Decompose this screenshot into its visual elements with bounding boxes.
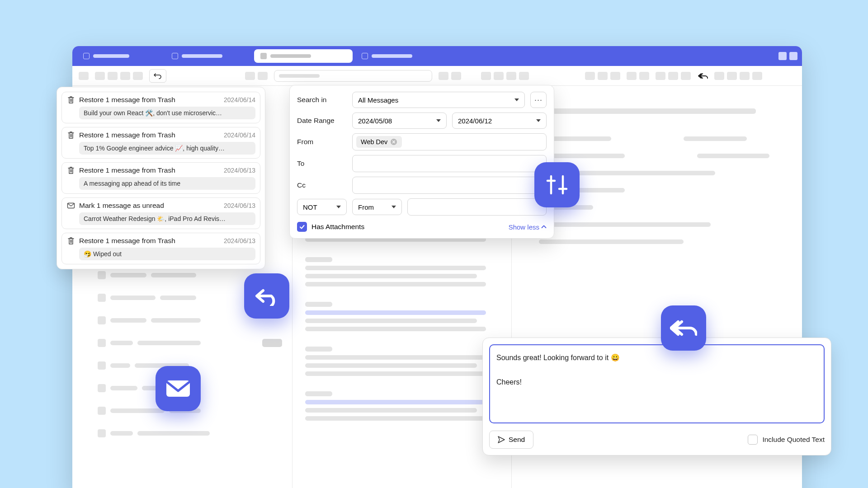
toolbar-button[interactable] <box>610 72 620 80</box>
toolbar-button[interactable] <box>108 72 118 80</box>
toolbar-button[interactable] <box>752 72 762 80</box>
toolbar-button[interactable] <box>133 72 143 80</box>
toolbar-button[interactable] <box>245 72 255 80</box>
compose-textarea[interactable] <box>489 344 825 423</box>
toolbar-button[interactable] <box>439 72 448 80</box>
toolbar-button[interactable] <box>639 72 649 80</box>
browser-tab[interactable] <box>355 49 441 63</box>
field-select[interactable]: From <box>352 199 402 215</box>
undo-history-item[interactable]: Restore 1 message from Trash2024/06/14Bu… <box>61 92 260 123</box>
undo-item-title: Restore 1 message from Trash <box>79 96 220 104</box>
undo-history-panel: Restore 1 message from Trash2024/06/14Bu… <box>57 87 265 269</box>
trash-icon <box>66 237 75 245</box>
has-attachments-checkbox[interactable] <box>297 222 307 232</box>
browser-tab[interactable] <box>165 49 251 63</box>
undo-item-title: Restore 1 message from Trash <box>79 237 220 245</box>
date-to-select[interactable]: 2024/06/12 <box>452 113 547 129</box>
window-minimize-button[interactable] <box>778 52 787 60</box>
svg-rect-2 <box>166 380 190 397</box>
toolbar-button[interactable] <box>494 72 504 80</box>
show-less-button[interactable]: Show less <box>509 223 547 231</box>
toolbar-button[interactable] <box>258 72 268 80</box>
toolbar-button[interactable] <box>506 72 516 80</box>
undo-item-date: 2024/06/13 <box>224 167 255 174</box>
advanced-search-panel: Search in All Messages ··· Date Range 20… <box>289 85 554 239</box>
undo-item-date: 2024/06/13 <box>224 202 255 209</box>
undo-item-title: Restore 1 message from Trash <box>79 166 220 174</box>
include-quoted-label: Include Quoted Text <box>762 436 825 444</box>
search-input[interactable] <box>274 70 432 82</box>
date-from-select[interactable]: 2024/05/08 <box>352 113 447 129</box>
browser-tab-active[interactable] <box>254 49 353 63</box>
condition-value-input[interactable] <box>407 198 547 216</box>
send-icon <box>498 436 505 443</box>
toolbar-button[interactable] <box>740 72 750 80</box>
toolbar-button[interactable] <box>727 72 737 80</box>
window-maximize-button[interactable] <box>789 52 797 60</box>
trash-icon <box>66 131 75 139</box>
toolbar <box>72 66 802 86</box>
toolbar-button[interactable] <box>585 72 595 80</box>
toolbar-button[interactable] <box>481 72 491 80</box>
chevron-down-icon <box>536 119 541 122</box>
undo-item-title: Restore 1 message from Trash <box>79 131 220 139</box>
toolbar-button[interactable] <box>656 72 665 80</box>
toolbar-button[interactable] <box>451 72 461 80</box>
undo-item-date: 2024/06/14 <box>224 131 255 139</box>
undo-history-item[interactable]: Restore 1 message from Trash2024/06/13A … <box>61 162 260 194</box>
to-label: To <box>297 160 347 168</box>
undo-history-item[interactable]: Restore 1 message from Trash2024/06/13🤧 … <box>61 233 260 264</box>
search-in-select[interactable]: All Messages <box>352 92 525 108</box>
title-bar <box>72 46 802 66</box>
undo-item-snippet: Carrot Weather Redesign 🌤️, iPad Pro Ad … <box>79 212 255 225</box>
undo-item-snippet: 🤧 Wiped out <box>79 248 255 260</box>
undo-item-snippet: Top 1% Google engineer advice 📈, high qu… <box>79 142 255 155</box>
toolbar-button[interactable] <box>95 72 105 80</box>
cc-input[interactable] <box>352 177 547 194</box>
from-chip[interactable]: Web Dev <box>356 136 402 148</box>
chevron-down-icon <box>392 206 396 208</box>
toolbar-button[interactable] <box>714 72 724 80</box>
search-in-label: Search in <box>297 96 347 104</box>
browser-tab[interactable] <box>77 49 163 63</box>
undo-item-snippet: A messaging app ahead of its time <box>79 177 255 190</box>
chevron-up-icon <box>541 225 547 229</box>
include-quoted-checkbox[interactable] <box>748 435 758 445</box>
remove-chip-icon[interactable] <box>390 138 397 145</box>
cc-label: Cc <box>297 181 347 189</box>
from-input[interactable]: Web Dev <box>352 133 547 150</box>
chevron-down-icon <box>514 99 519 101</box>
toolbar-button[interactable] <box>79 72 89 80</box>
toolbar-button[interactable] <box>519 72 529 80</box>
undo-history-item[interactable]: Mark 1 message as unread2024/06/13Carrot… <box>61 197 260 229</box>
undo-item-date: 2024/06/14 <box>224 96 255 103</box>
undo-feature-icon <box>244 273 289 319</box>
quick-reply-panel: Send Include Quoted Text <box>482 338 831 455</box>
trash-icon <box>66 166 75 174</box>
toolbar-button[interactable] <box>120 72 130 80</box>
toolbar-button[interactable] <box>627 72 637 80</box>
undo-item-title: Mark 1 message as unread <box>79 202 220 210</box>
date-range-label: Date Range <box>297 117 347 125</box>
chevron-down-icon <box>336 206 341 208</box>
mail-feature-icon <box>156 366 201 411</box>
toolbar-button[interactable] <box>668 72 678 80</box>
send-button[interactable]: Send <box>489 431 533 449</box>
undo-item-date: 2024/06/13 <box>224 237 255 244</box>
undo-history-item[interactable]: Restore 1 message from Trash2024/06/14To… <box>61 127 260 159</box>
from-label: From <box>297 138 347 146</box>
chevron-down-icon <box>436 119 441 122</box>
reply-all-icon[interactable] <box>698 73 708 79</box>
filters-feature-icon <box>534 162 580 207</box>
undo-button[interactable] <box>149 69 166 83</box>
has-attachments-label: Has Attachments <box>311 223 364 231</box>
toolbar-button[interactable] <box>681 72 691 80</box>
more-options-button[interactable]: ··· <box>530 92 547 108</box>
toolbar-button[interactable] <box>598 72 608 80</box>
mail-icon <box>66 202 75 209</box>
undo-item-snippet: Build your own React 🛠️, don't use micro… <box>79 107 255 119</box>
reply-all-feature-icon <box>661 305 706 351</box>
to-input[interactable] <box>352 155 547 172</box>
operator-select[interactable]: NOT <box>297 199 347 215</box>
checkmark-icon <box>299 224 305 230</box>
